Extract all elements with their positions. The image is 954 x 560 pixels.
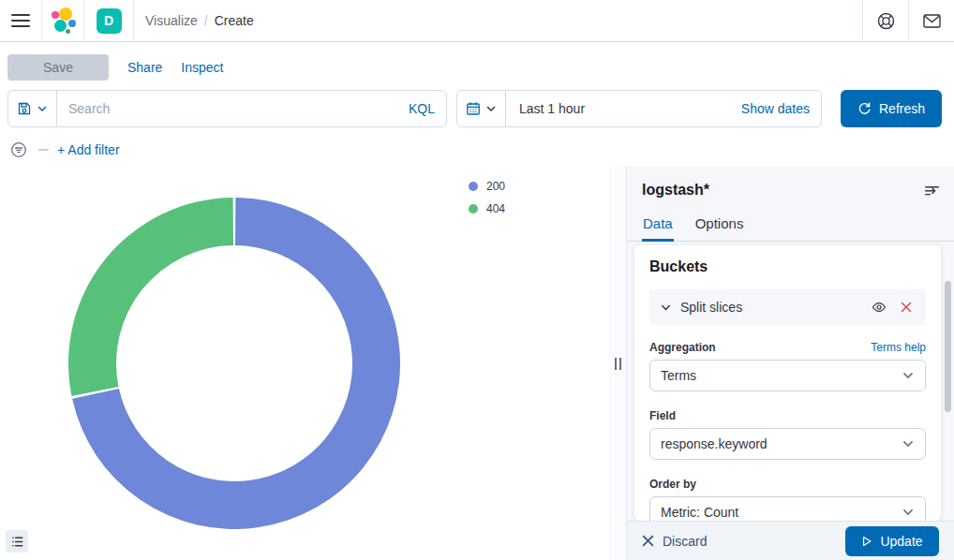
legend-item-200[interactable]: 200 <box>469 179 505 193</box>
discard-button[interactable]: Discard <box>642 534 707 549</box>
aggregation-value: Terms <box>661 368 696 383</box>
filter-icon <box>10 141 27 158</box>
query-bar: KQL Last 1 hour Show dates Refresh <box>7 90 947 127</box>
save-query-icon <box>17 101 32 116</box>
resizer-grip <box>619 358 621 370</box>
panel-resizer[interactable] <box>609 167 626 560</box>
breadcrumb-separator: / <box>204 13 208 28</box>
show-dates-link[interactable]: Show dates <box>741 101 821 116</box>
collapse-sidebar-button[interactable] <box>920 179 943 201</box>
chart-area: 200404 <box>0 167 609 560</box>
legend-toggle-button[interactable] <box>6 530 28 553</box>
filter-dash <box>38 149 49 151</box>
refresh-button[interactable]: Refresh <box>841 90 942 127</box>
close-icon <box>642 535 654 547</box>
legend-item-404[interactable]: 404 <box>469 201 505 215</box>
search-input-group: KQL <box>7 90 447 127</box>
play-icon <box>861 536 872 547</box>
aggregation-row: Aggregation Terms help <box>649 341 926 354</box>
divider <box>133 0 134 41</box>
field-value: response.keyword <box>661 436 768 451</box>
tab-data[interactable]: Data <box>642 212 674 242</box>
legend-label: 200 <box>486 180 505 193</box>
breadcrumb: Visualize / Create <box>145 13 254 28</box>
chevron-down-icon <box>37 103 48 114</box>
panel-scrollbar-thumb[interactable] <box>945 281 951 412</box>
inspect-button[interactable]: Inspect <box>181 60 223 75</box>
discard-label: Discard <box>663 534 707 549</box>
chevron-down-icon <box>902 506 915 519</box>
buckets-panel: Buckets Split slices Aggregation Terms h… <box>634 245 941 521</box>
eye-icon <box>872 300 887 315</box>
sidebar-header: logstash* <box>627 167 954 201</box>
breadcrumb-visualize[interactable]: Visualize <box>145 13 198 28</box>
save-button[interactable]: Save <box>7 54 109 81</box>
aggregation-label: Aggregation <box>649 341 716 354</box>
legend-dot <box>469 204 478 214</box>
hamburger-icon <box>11 13 30 28</box>
kql-language-button[interactable]: KQL <box>409 101 446 116</box>
refresh-label: Refresh <box>879 101 925 116</box>
space-badge: D <box>97 8 122 34</box>
split-slices-label: Split slices <box>680 300 742 315</box>
mail-button[interactable] <box>909 0 954 41</box>
order-by-label: Order by <box>649 478 926 491</box>
terms-help-link[interactable]: Terms help <box>871 341 926 354</box>
chart-legend: 200404 <box>469 179 505 215</box>
split-slices-header[interactable]: Split slices <box>649 289 926 325</box>
time-range-value[interactable]: Last 1 hour <box>506 101 741 116</box>
field-select[interactable]: response.keyword <box>649 428 926 460</box>
order-by-select[interactable]: Metric: Count <box>649 496 926 521</box>
date-picker-group: Last 1 hour Show dates <box>456 90 822 127</box>
top-navigation: D Visualize / Create <box>0 0 954 42</box>
lifebuoy-help-icon <box>877 12 895 30</box>
update-button[interactable]: Update <box>845 526 939 556</box>
sidebar-footer: Discard Update <box>627 521 954 560</box>
share-button[interactable]: Share <box>127 60 162 75</box>
donut-chart <box>0 167 609 560</box>
sidebar-tabs: Data Options <box>627 212 954 242</box>
chevron-down-icon <box>660 302 672 314</box>
legend-dot <box>469 182 478 191</box>
elastic-logo-icon <box>50 7 76 34</box>
calendar-icon <box>466 101 481 116</box>
kibana-visualize-app: D Visualize / Create Save Share Inspect <box>0 0 954 560</box>
field-label: Field <box>649 409 926 422</box>
action-bar: Save Share Inspect <box>7 54 954 81</box>
chevron-down-icon <box>902 369 915 382</box>
date-quick-select-button[interactable] <box>457 91 506 126</box>
close-icon <box>901 302 912 313</box>
add-filter-link[interactable]: + Add filter <box>57 142 120 157</box>
space-selector[interactable]: D <box>84 0 133 41</box>
chevron-down-icon <box>485 103 497 114</box>
order-by-value: Metric: Count <box>661 505 738 520</box>
chevron-down-icon <box>902 437 915 450</box>
tab-options[interactable]: Options <box>694 212 745 242</box>
filter-bar: + Add filter <box>7 139 947 161</box>
buckets-title: Buckets <box>649 258 926 275</box>
toggle-visibility-button[interactable] <box>870 298 888 317</box>
data-config-sidebar: logstash* Data Options Buckets Split sli… <box>626 167 954 560</box>
remove-bucket-button[interactable] <box>897 298 916 317</box>
breadcrumb-create: Create <box>215 13 254 28</box>
legend-label: 404 <box>486 202 505 215</box>
index-pattern-title: logstash* <box>642 182 709 199</box>
saved-query-menu-button[interactable] <box>8 91 57 126</box>
resizer-grip <box>615 358 617 370</box>
menu-button[interactable] <box>0 0 41 41</box>
main-content: 200404 logstash* Data Options Buck <box>0 167 954 560</box>
elastic-logo[interactable] <box>42 0 83 41</box>
update-label: Update <box>880 534 922 549</box>
refresh-icon <box>857 102 872 116</box>
search-input[interactable] <box>57 101 409 116</box>
help-button[interactable] <box>863 0 908 41</box>
aggregation-select[interactable]: Terms <box>649 360 926 391</box>
menu-right-icon <box>924 183 940 199</box>
filter-options-button[interactable] <box>7 139 30 161</box>
envelope-icon <box>923 14 941 28</box>
list-icon <box>10 535 24 549</box>
donut-slice-404[interactable] <box>68 198 233 396</box>
